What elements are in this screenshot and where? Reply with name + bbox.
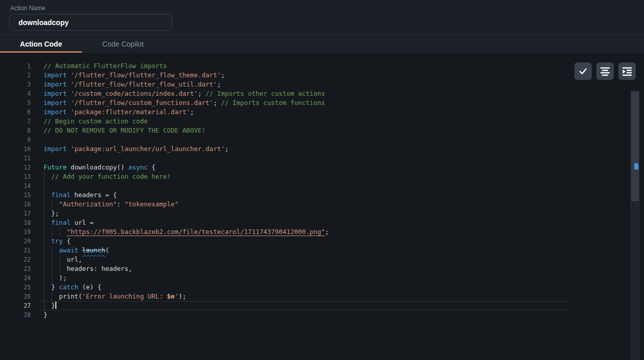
line-content: import '/custom_code/actions/index.dart'… <box>31 89 631 98</box>
indent-guide <box>44 218 45 227</box>
code-line-22[interactable]: 22 url, <box>0 255 631 264</box>
line-content: // Begin custom action code <box>31 117 631 126</box>
line-content: import '/flutter_flow/flutter_flow_util.… <box>31 80 631 89</box>
code-line-13[interactable]: 13 // Add your function code here! <box>0 172 631 181</box>
code-line-19[interactable]: 19 "https://f005.backblazeb2.com/file/te… <box>0 227 631 237</box>
line-number: 20 <box>0 237 31 246</box>
code-line-17[interactable]: 17 }; <box>0 209 631 218</box>
code-line-6[interactable]: 6import 'package:flutter/material.dart'; <box>0 108 631 117</box>
line-content: "https://f005.backblazeb2.com/file/teste… <box>31 227 631 237</box>
indent-guide <box>44 237 45 246</box>
line-content: } <box>31 301 631 310</box>
line-content: "Authorization": "tokenexample" <box>31 200 631 209</box>
code-line-9[interactable]: 9 <box>0 135 631 144</box>
indent-guide <box>52 273 52 283</box>
indent-guide <box>44 283 45 292</box>
code-line-26[interactable]: 26 print('Error launching URL: $e'); <box>0 292 631 301</box>
text-cursor <box>55 302 56 309</box>
line-content: }; <box>31 209 631 218</box>
indent-guide <box>44 227 45 237</box>
code-line-3[interactable]: 3import '/flutter_flow/flutter_flow_util… <box>0 80 631 89</box>
line-number: 10 <box>0 144 31 154</box>
line-content: ); <box>31 273 631 283</box>
line-number: 25 <box>0 283 31 292</box>
line-content: // DO NOT REMOVE OR MODIFY THE CODE ABOV… <box>31 126 631 135</box>
deprecated-token: launch <box>82 246 105 254</box>
action-name-label: Action Name <box>10 5 46 12</box>
code-line-8[interactable]: 8// DO NOT REMOVE OR MODIFY THE CODE ABO… <box>0 126 631 135</box>
indent-guide <box>52 264 52 273</box>
code-line-11[interactable]: 11 <box>0 154 631 163</box>
code-line-1[interactable]: 1// Automatic FlutterFlow imports <box>0 61 631 71</box>
line-number: 26 <box>0 292 31 301</box>
indent-guide <box>52 200 52 209</box>
line-content: } catch (e) { <box>31 283 631 292</box>
code-line-23[interactable]: 23 headers: headers, <box>0 264 631 273</box>
code-line-25[interactable]: 25 } catch (e) { <box>0 283 631 292</box>
check-button[interactable] <box>574 62 592 80</box>
indent-guide <box>44 190 45 200</box>
indent-guide <box>44 301 45 310</box>
tab-action-code[interactable]: Action Code <box>0 35 82 53</box>
line-number: 4 <box>0 89 31 98</box>
line-number: 8 <box>0 126 31 135</box>
line-content: final headers = { <box>31 190 631 200</box>
indent-guide <box>44 264 45 273</box>
indent-guide <box>44 246 45 255</box>
indent-guide <box>52 227 52 237</box>
line-number: 9 <box>0 135 31 144</box>
line-number: 6 <box>0 108 31 117</box>
line-number: 7 <box>0 117 31 126</box>
tab-code-copilot[interactable]: Code Copilot <box>82 35 164 53</box>
line-number: 2 <box>0 71 31 80</box>
action-name-input[interactable] <box>9 14 172 31</box>
scrollbar-cursor-marker <box>634 163 638 170</box>
line-number: 16 <box>0 200 31 209</box>
indent-code-button[interactable] <box>618 62 636 80</box>
code-line-4[interactable]: 4import '/custom_code/actions/index.dart… <box>0 89 631 98</box>
line-content: // Automatic FlutterFlow imports <box>31 61 631 71</box>
indent-guide <box>44 273 45 283</box>
code-line-14[interactable]: 14 <box>0 181 631 190</box>
indent-guide <box>44 209 45 218</box>
line-number: 22 <box>0 255 31 264</box>
code-line-28[interactable]: 28} <box>0 310 631 320</box>
code-line-27[interactable]: 27 } <box>0 301 631 310</box>
code-editor[interactable]: 1// Automatic FlutterFlow imports2import… <box>0 53 644 360</box>
scrollbar-thumb[interactable] <box>631 91 639 201</box>
code-line-7[interactable]: 7// Begin custom action code <box>0 117 631 126</box>
code-pane[interactable]: 1// Automatic FlutterFlow imports2import… <box>0 53 631 360</box>
code-line-15[interactable]: 15 final headers = { <box>0 190 631 200</box>
indent-guide <box>44 292 45 301</box>
line-number: 3 <box>0 80 31 89</box>
code-line-2[interactable]: 2import '/flutter_flow/flutter_flow_them… <box>0 71 631 80</box>
code-line-12[interactable]: 12Future downloadcopy() async { <box>0 163 631 172</box>
line-number: 19 <box>0 227 31 237</box>
code-line-20[interactable]: 20 try { <box>0 237 631 246</box>
indent-guide <box>59 227 60 237</box>
code-line-16[interactable]: 16 "Authorization": "tokenexample" <box>0 200 631 209</box>
line-content <box>31 154 631 163</box>
indent-guide <box>44 200 45 209</box>
code-line-10[interactable]: 10import 'package:url_launcher/url_launc… <box>0 144 631 154</box>
code-line-21[interactable]: 21 await launch( <box>0 246 631 255</box>
line-number: 5 <box>0 98 31 108</box>
check-icon <box>578 66 588 76</box>
tab-action-code-label: Action Code <box>20 40 62 48</box>
indent-guide <box>44 181 45 190</box>
line-number: 12 <box>0 163 31 172</box>
code-line-18[interactable]: 18 final url = <box>0 218 631 227</box>
code-line-5[interactable]: 5import '/flutter_flow/custom_functions.… <box>0 98 631 108</box>
line-content: import 'package:flutter/material.dart'; <box>31 108 631 117</box>
line-content: url, <box>31 255 631 264</box>
indent-guide <box>44 172 45 181</box>
format-lines-icon <box>600 66 610 76</box>
line-content: try { <box>31 237 631 246</box>
code-line-24[interactable]: 24 ); <box>0 273 631 283</box>
line-content: import '/flutter_flow/flutter_flow_theme… <box>31 71 631 80</box>
indent-guide <box>59 264 60 273</box>
indent-icon <box>622 66 632 76</box>
line-number: 1 <box>0 61 31 71</box>
format-code-button[interactable] <box>596 62 614 80</box>
line-content: } <box>31 310 631 320</box>
